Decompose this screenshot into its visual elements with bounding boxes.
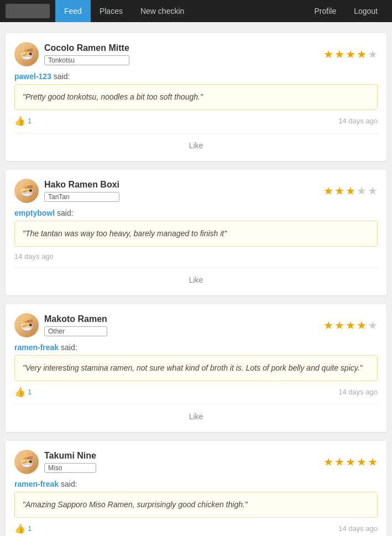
- said-text: said:: [57, 209, 74, 217]
- star-rating: ★★★★★: [323, 184, 378, 197]
- avatar: 🍜: [14, 42, 39, 66]
- timestamp: 14 days ago: [338, 388, 378, 396]
- card-header-left: 🍜 Cocolo Ramen Mitte Tonkotsu: [14, 42, 129, 66]
- star-rating: ★★★★★: [323, 455, 378, 469]
- like-row: Like: [14, 267, 378, 287]
- card-header: 🍜 Hako Ramen Boxi TanTan ★★★★★: [14, 179, 378, 203]
- card-header-left: 🍜 Makoto Ramen Other: [14, 313, 107, 337]
- user-line: ramen-freak said:: [14, 480, 378, 488]
- user-line: ramen-freak said:: [14, 343, 378, 352]
- like-count: 👍 1: [14, 116, 32, 126]
- nav-links: Feed Places New checkin: [55, 0, 193, 22]
- nav-feed[interactable]: Feed: [55, 0, 91, 22]
- card-footer: 👍 1 14 days ago: [14, 116, 378, 126]
- star-empty: ★: [357, 184, 367, 197]
- timestamp: 14 days ago: [338, 524, 378, 533]
- restaurant-name: Hako Ramen Boxi: [44, 180, 119, 190]
- card-header: 🍜 Cocolo Ramen Mitte Tonkotsu ★★★★★: [14, 42, 378, 66]
- feed-card-1: 🍜 Cocolo Ramen Mitte Tonkotsu ★★★★★ pawe…: [6, 33, 386, 161]
- like-number: 1: [28, 117, 32, 125]
- navbar-right: Profile Logout: [305, 7, 386, 15]
- restaurant-info: Hako Ramen Boxi TanTan: [44, 180, 119, 202]
- card-header: 🍜 Makoto Ramen Other ★★★★★: [14, 313, 378, 337]
- like-button[interactable]: Like: [180, 273, 212, 287]
- thumbs-up-icon: 👍: [14, 387, 25, 397]
- like-button[interactable]: Like: [180, 410, 212, 423]
- nav-places[interactable]: Places: [91, 0, 132, 22]
- star-empty: ★: [368, 319, 378, 332]
- restaurant-info: Cocolo Ramen Mitte Tonkotsu: [44, 43, 129, 65]
- star-filled: ★: [323, 184, 333, 197]
- nav-new-checkin[interactable]: New checkin: [132, 0, 193, 22]
- star-filled: ★: [323, 48, 333, 61]
- star-empty: ★: [368, 48, 378, 61]
- avatar-image: 🍜: [14, 179, 39, 203]
- card-header-left: 🍜 Takumi Nine Miso: [14, 450, 96, 474]
- avatar-image: 🍜: [14, 450, 39, 474]
- star-empty: ★: [368, 184, 378, 197]
- username[interactable]: pawel-123: [14, 72, 51, 81]
- navbar-brand: [6, 4, 50, 18]
- username[interactable]: ramen-freak: [14, 343, 59, 352]
- review-quote: "The tantan was way too heavy, barely ma…: [14, 221, 378, 247]
- like-button[interactable]: Like: [180, 139, 212, 152]
- thumbs-up-icon: 👍: [14, 116, 25, 126]
- feed-main: 🍜 Cocolo Ramen Mitte Tonkotsu ★★★★★ pawe…: [0, 22, 392, 536]
- cuisine-tag[interactable]: TanTan: [44, 192, 119, 202]
- star-filled: ★: [323, 455, 333, 469]
- cuisine-tag[interactable]: Miso: [44, 463, 96, 473]
- review-quote: "Pretty good tonkotsu, noodles a bit too…: [14, 84, 378, 110]
- card-footer: 14 days ago: [14, 252, 378, 261]
- feed-card-3: 🍜 Makoto Ramen Other ★★★★★ ramen-freak s…: [6, 304, 386, 432]
- star-filled: ★: [346, 48, 356, 61]
- avatar-image: 🍜: [14, 42, 39, 66]
- username[interactable]: ramen-freak: [14, 480, 59, 488]
- nav-logout[interactable]: Logout: [345, 7, 386, 15]
- review-quote: "Very interesting stamina ramen, not sur…: [14, 355, 378, 381]
- cuisine-tag[interactable]: Other: [44, 326, 107, 336]
- like-row: Like: [14, 133, 378, 152]
- thumbs-up-icon: 👍: [14, 523, 25, 534]
- user-line: pawel-123 said:: [14, 72, 378, 81]
- star-filled: ★: [357, 319, 367, 332]
- avatar: 🍜: [14, 179, 39, 203]
- like-count: 👍 1: [14, 387, 32, 397]
- star-filled: ★: [368, 455, 378, 469]
- restaurant-name: Takumi Nine: [44, 451, 96, 461]
- review-quote: "Amazing Sapporo Miso Ramen, surprisingl…: [14, 492, 378, 518]
- star-filled: ★: [334, 319, 344, 332]
- star-rating: ★★★★★: [323, 319, 378, 332]
- card-header: 🍜 Takumi Nine Miso ★★★★★: [14, 450, 378, 474]
- restaurant-name: Makoto Ramen: [44, 314, 107, 324]
- star-filled: ★: [357, 48, 367, 61]
- nav-profile[interactable]: Profile: [305, 7, 345, 15]
- username[interactable]: emptybowl: [14, 209, 55, 217]
- card-header-left: 🍜 Hako Ramen Boxi TanTan: [14, 179, 119, 203]
- card-footer: 👍 1 14 days ago: [14, 523, 378, 534]
- star-filled: ★: [334, 48, 344, 61]
- card-footer: 👍 1 14 days ago: [14, 387, 378, 397]
- star-filled: ★: [334, 184, 344, 197]
- cuisine-tag[interactable]: Tonkotsu: [44, 55, 129, 65]
- said-text: said:: [61, 480, 77, 488]
- feed-card-4: 🍜 Takumi Nine Miso ★★★★★ ramen-freak sai…: [6, 441, 386, 536]
- said-text: said:: [54, 72, 70, 81]
- restaurant-info: Takumi Nine Miso: [44, 451, 96, 473]
- like-number: 1: [28, 388, 32, 396]
- navbar: Feed Places New checkin Profile Logout: [0, 0, 392, 22]
- star-rating: ★★★★★: [323, 48, 378, 61]
- avatar-image: 🍜: [14, 313, 39, 337]
- star-filled: ★: [323, 319, 333, 332]
- star-filled: ★: [346, 319, 356, 332]
- like-number: 1: [28, 524, 32, 533]
- timestamp: 14 days ago: [14, 252, 54, 261]
- like-row: Like: [14, 404, 378, 423]
- star-filled: ★: [346, 184, 356, 197]
- avatar: 🍜: [14, 450, 39, 474]
- timestamp: 14 days ago: [338, 117, 378, 125]
- star-filled: ★: [346, 455, 356, 469]
- said-text: said:: [61, 343, 77, 352]
- star-filled: ★: [334, 455, 344, 469]
- restaurant-name: Cocolo Ramen Mitte: [44, 43, 129, 53]
- star-filled: ★: [357, 455, 367, 469]
